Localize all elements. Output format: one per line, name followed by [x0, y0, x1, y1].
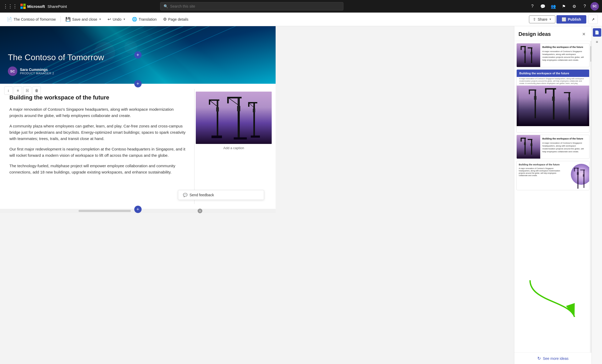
svg-rect-29 — [234, 137, 247, 139]
save-close-button[interactable]: 💾 Save and close ▼ — [63, 15, 104, 23]
svg-rect-27 — [253, 109, 255, 112]
flag-icon-btn[interactable]: ⚑ — [559, 2, 568, 11]
move-tool-button[interactable]: ↕ — [4, 86, 13, 95]
page-details-label: Page details — [168, 17, 188, 21]
waffle-icon[interactable]: ⋮⋮⋮ — [3, 3, 17, 9]
design-ideas-list: Building the workspace of the future A m… — [514, 41, 592, 352]
microsoft-logo[interactable]: Microsoft — [20, 4, 45, 9]
sidebar-settings-icon[interactable]: ≡ — [593, 38, 601, 46]
content-toolbar: ↕ ≡ ☵ 🗑 — [4, 86, 41, 95]
svg-rect-60 — [577, 168, 578, 189]
settings-icon-btn[interactable]: ⚙ — [570, 2, 579, 11]
send-feedback-bar[interactable]: 💬 Send feedback — [178, 190, 264, 200]
svg-rect-64 — [583, 170, 584, 188]
svg-rect-48 — [552, 97, 555, 101]
svg-rect-24 — [248, 102, 257, 103]
save-chevron-icon: ▼ — [99, 18, 102, 21]
image-caption[interactable]: Add a caption — [223, 146, 244, 150]
publish-button[interactable]: ⬜ Publish — [556, 15, 586, 24]
search-input[interactable] — [170, 4, 340, 8]
design-card-2[interactable]: Building the workspace of the future A m… — [516, 69, 589, 133]
content-para-2: A community plaza where employees can ga… — [9, 123, 186, 142]
scroll-thumb[interactable] — [79, 210, 131, 212]
svg-rect-36 — [531, 47, 532, 63]
scroll-close-button[interactable]: ✕ — [198, 209, 202, 213]
svg-rect-51 — [568, 97, 570, 100]
page-details-button[interactable]: ⚙ Page details — [160, 15, 191, 23]
design-card-4[interactable]: Building the workspace of the future A m… — [516, 161, 589, 190]
undo-icon: ↩ — [108, 17, 111, 22]
save-close-label: Save and close — [72, 17, 97, 21]
svg-rect-56 — [524, 142, 526, 145]
page-details-icon: ⚙ — [163, 17, 167, 22]
content-para-1: A major renovation of Contoso's Singapor… — [9, 106, 186, 119]
card-4-text: Building the workspace of the future A m… — [517, 161, 566, 190]
svg-rect-37 — [528, 47, 532, 48]
svg-rect-15 — [216, 107, 219, 111]
undo-button[interactable]: ↩ Undo ▼ — [105, 15, 128, 23]
content-heading: Building the workspace of the future — [9, 94, 186, 101]
svg-rect-35 — [524, 51, 526, 53]
add-section-top-button[interactable]: + — [134, 51, 142, 59]
card-3-layout: Building the workspace of the future A m… — [517, 135, 589, 159]
card-2-crane — [517, 86, 589, 126]
help-icon-btn[interactable]: ? — [528, 2, 537, 11]
delete-tool-button[interactable]: 🗑 — [32, 86, 41, 95]
add-section-mid-button[interactable]: + — [134, 80, 142, 87]
design-ideas-panel: Design ideas ✕ — [514, 26, 592, 364]
card-3-body: A major renovation of Contoso's Singapor… — [542, 142, 587, 153]
svg-rect-41 — [529, 89, 536, 91]
expand-icon: ↗ — [592, 17, 595, 21]
nav-icons-group: ? 💬 👥 ⚑ ⚙ ? SC — [528, 2, 599, 11]
svg-rect-46 — [545, 88, 556, 89]
microsoft-label: Microsoft — [27, 4, 45, 9]
help-btn[interactable]: ? — [580, 2, 589, 11]
panel-close-button[interactable]: ✕ — [580, 30, 587, 38]
sidebar-design-icon[interactable]: 📄 — [593, 28, 601, 37]
svg-rect-21 — [237, 106, 240, 111]
svg-rect-13 — [209, 99, 210, 105]
see-more-footer[interactable]: ↻ See more ideas — [514, 352, 592, 364]
page-icon: 📄 — [7, 17, 12, 22]
svg-rect-59 — [531, 143, 532, 146]
svg-rect-32 — [525, 46, 526, 63]
card-4-layout: Building the workspace of the future A m… — [517, 161, 589, 190]
card-2-image — [517, 86, 589, 126]
add-section-bottom-button[interactable]: + — [134, 206, 142, 213]
svg-rect-50 — [564, 92, 571, 93]
svg-rect-12 — [209, 99, 219, 101]
page-title-item[interactable]: 📄 The Contoso of Tomorrow — [4, 15, 58, 23]
svg-rect-42 — [529, 89, 530, 94]
page-title-label: The Contoso of Tomorrow — [14, 17, 56, 21]
share-button[interactable]: ⇧ Share ▼ — [529, 15, 555, 23]
settings-tool-button[interactable]: ≡ — [14, 86, 22, 95]
svg-rect-49 — [569, 92, 570, 120]
translation-button[interactable]: 🌐 Translation — [129, 15, 159, 23]
author-info: Sara Cummings PRODUCT MANAGER 2 — [20, 68, 54, 75]
search-box[interactable]: 🔍 — [160, 2, 343, 10]
card-1-body: A major renovation of Contoso's Singapor… — [542, 50, 587, 62]
panel-scroll-thumb — [590, 46, 591, 62]
publish-icon: ⬜ — [562, 17, 566, 21]
duplicate-tool-button[interactable]: ☵ — [23, 86, 31, 95]
card-4-crane-svg — [571, 166, 589, 190]
share-people-icon-btn[interactable]: 👥 — [549, 2, 558, 11]
design-card-3[interactable]: Building the workspace of the future A m… — [516, 135, 589, 159]
hero-text-content: The Contoso of Tomorrow SC Sara Cummings… — [8, 53, 104, 76]
svg-rect-58 — [528, 139, 532, 140]
user-avatar[interactable]: SC — [590, 2, 599, 10]
expand-button[interactable]: ↗ — [588, 15, 598, 24]
svg-rect-43 — [534, 96, 537, 100]
top-navigation: ⋮⋮⋮ Microsoft SharePoint 🔍 ? 💬 👥 ⚑ ⚙ ? S… — [0, 0, 602, 13]
card-1-image — [517, 43, 540, 67]
design-card-1[interactable]: Building the workspace of the future A m… — [516, 43, 589, 67]
panel-scrollbar[interactable] — [590, 41, 592, 352]
hero-title: The Contoso of Tomorrow — [8, 53, 104, 62]
share-label: Share — [538, 17, 547, 21]
page-toolbar: 📄 The Contoso of Tomorrow 💾 Save and clo… — [0, 13, 602, 26]
svg-rect-57 — [531, 139, 532, 155]
svg-rect-45 — [553, 88, 555, 120]
comment-icon-btn[interactable]: 💬 — [538, 2, 548, 11]
card-2-layout: Building the workspace of the future A m… — [517, 70, 589, 132]
article-image[interactable] — [196, 92, 272, 144]
